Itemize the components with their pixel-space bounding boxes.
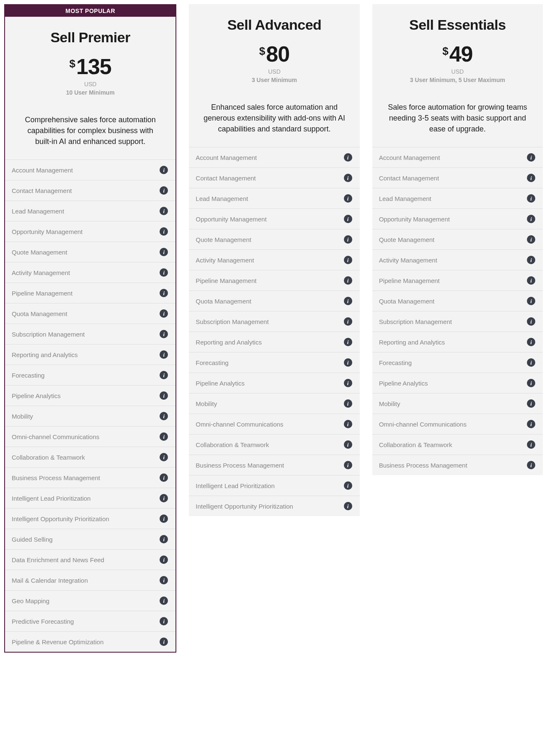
feature-label: Omni-channel Communications xyxy=(12,433,99,440)
info-icon[interactable]: i xyxy=(344,317,352,326)
info-icon[interactable]: i xyxy=(527,194,535,203)
info-icon[interactable]: i xyxy=(160,432,168,441)
info-icon[interactable]: i xyxy=(160,391,168,400)
info-icon[interactable]: i xyxy=(344,502,352,510)
info-icon[interactable]: i xyxy=(160,330,168,338)
info-icon[interactable]: i xyxy=(160,371,168,379)
info-icon[interactable]: i xyxy=(160,227,168,236)
info-icon[interactable]: i xyxy=(160,473,168,482)
info-icon[interactable]: i xyxy=(344,379,352,387)
feature-item: Forecastingi xyxy=(372,352,543,373)
feature-item: Opportunity Managementi xyxy=(189,209,359,229)
feature-label: Activity Management xyxy=(379,257,437,264)
info-icon[interactable]: i xyxy=(527,420,535,428)
info-icon[interactable]: i xyxy=(527,276,535,285)
info-icon[interactable]: i xyxy=(344,440,352,449)
feature-item: Account Managementi xyxy=(5,160,175,180)
feature-item: Collaboration & Teamworki xyxy=(5,447,175,468)
info-icon[interactable]: i xyxy=(344,399,352,408)
feature-label: Business Process Management xyxy=(12,474,100,481)
feature-item: Pipeline Analyticsi xyxy=(189,373,359,393)
feature-label: Opportunity Management xyxy=(379,216,450,223)
feature-item: Subscription Managementi xyxy=(5,324,175,345)
feature-item: Forecastingi xyxy=(189,352,359,373)
feature-item: Opportunity Managementi xyxy=(372,209,543,229)
info-icon[interactable]: i xyxy=(527,174,535,182)
feature-item: Pipeline Analyticsi xyxy=(5,386,175,406)
feature-label: Reporting and Analytics xyxy=(196,339,262,346)
feature-label: Quota Management xyxy=(379,298,435,305)
info-icon[interactable]: i xyxy=(527,215,535,223)
info-icon[interactable]: i xyxy=(344,235,352,244)
info-icon[interactable]: i xyxy=(160,453,168,461)
plan-name: Sell Advanced xyxy=(201,17,347,33)
feature-item: Contact Managementi xyxy=(5,180,175,201)
feature-label: Subscription Management xyxy=(379,318,452,325)
info-icon[interactable]: i xyxy=(160,412,168,420)
plan-price-row: $80 xyxy=(201,43,347,65)
feature-item: Activity Managementi xyxy=(5,262,175,283)
feature-label: Mobility xyxy=(12,413,33,420)
info-icon[interactable]: i xyxy=(344,256,352,264)
plan-price: 135 xyxy=(76,56,111,77)
info-icon[interactable]: i xyxy=(527,235,535,244)
info-icon[interactable]: i xyxy=(527,399,535,408)
feature-item: Intelligent Opportunity Prioritizationi xyxy=(189,496,359,516)
info-icon[interactable]: i xyxy=(344,338,352,346)
info-icon[interactable]: i xyxy=(344,358,352,367)
plan-card-essentials: Sell Essentials$49USD3 User Minimum, 5 U… xyxy=(372,4,543,475)
feature-item: Business Process Managementi xyxy=(189,455,359,476)
info-icon[interactable]: i xyxy=(527,153,535,162)
feature-item: Lead Managementi xyxy=(372,188,543,209)
feature-label: Omni-channel Communications xyxy=(196,421,283,428)
plan-price: 49 xyxy=(449,43,473,65)
info-icon[interactable]: i xyxy=(344,461,352,469)
info-icon[interactable]: i xyxy=(344,420,352,428)
info-icon[interactable]: i xyxy=(160,597,168,605)
info-icon[interactable]: i xyxy=(527,297,535,305)
info-icon[interactable]: i xyxy=(160,309,168,318)
info-icon[interactable]: i xyxy=(344,297,352,305)
info-icon[interactable]: i xyxy=(160,576,168,584)
feature-label: Predictive Forecasting xyxy=(12,618,74,625)
plan-card-advanced: Sell Advanced$80USD3 User MinimumEnhance… xyxy=(189,4,359,516)
info-icon[interactable]: i xyxy=(527,358,535,367)
feature-label: Subscription Management xyxy=(12,331,85,338)
info-icon[interactable]: i xyxy=(527,338,535,346)
info-icon[interactable]: i xyxy=(160,350,168,359)
info-icon[interactable]: i xyxy=(344,481,352,490)
info-icon[interactable]: i xyxy=(344,194,352,203)
info-icon[interactable]: i xyxy=(160,207,168,215)
info-icon[interactable]: i xyxy=(160,186,168,195)
info-icon[interactable]: i xyxy=(160,166,168,174)
feature-label: Mobility xyxy=(379,400,400,407)
feature-label: Contact Management xyxy=(12,187,72,194)
plan-header: Sell Premier$135USD10 User Minimum xyxy=(5,17,175,104)
info-icon[interactable]: i xyxy=(160,617,168,625)
feature-label: Omni-channel Communications xyxy=(379,421,467,428)
info-icon[interactable]: i xyxy=(527,461,535,469)
info-icon[interactable]: i xyxy=(527,440,535,449)
info-icon[interactable]: i xyxy=(160,289,168,297)
plan-currency: USD xyxy=(385,68,530,75)
info-icon[interactable]: i xyxy=(527,256,535,264)
info-icon[interactable]: i xyxy=(160,555,168,564)
feature-item: Quote Managementi xyxy=(372,229,543,250)
info-icon[interactable]: i xyxy=(160,638,168,646)
info-icon[interactable]: i xyxy=(160,268,168,277)
feature-item: Mobilityi xyxy=(372,393,543,414)
info-icon[interactable]: i xyxy=(160,494,168,502)
feature-label: Collaboration & Teamwork xyxy=(379,441,452,448)
info-icon[interactable]: i xyxy=(527,317,535,326)
info-icon[interactable]: i xyxy=(527,379,535,387)
info-icon[interactable]: i xyxy=(344,174,352,182)
info-icon[interactable]: i xyxy=(344,276,352,285)
info-icon[interactable]: i xyxy=(160,535,168,543)
info-icon[interactable]: i xyxy=(160,514,168,523)
feature-label: Opportunity Management xyxy=(12,228,83,235)
feature-item: Lead Managementi xyxy=(5,201,175,221)
info-icon[interactable]: i xyxy=(344,215,352,223)
info-icon[interactable]: i xyxy=(344,153,352,162)
feature-label: Quota Management xyxy=(12,310,67,317)
info-icon[interactable]: i xyxy=(160,248,168,256)
